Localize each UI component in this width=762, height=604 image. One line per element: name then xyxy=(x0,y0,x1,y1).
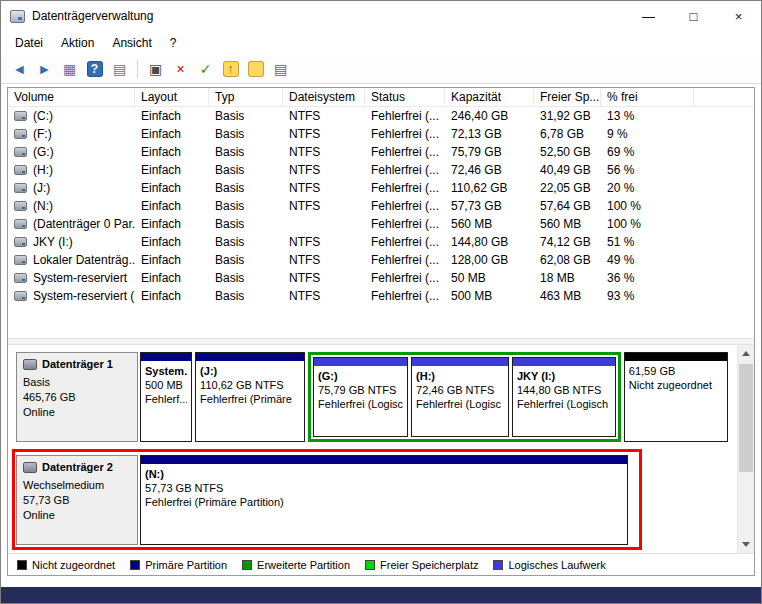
volume-row[interactable]: (H:)EinfachBasisNTFSFehlerfrei (...72,46… xyxy=(8,161,754,179)
volume-row[interactable]: (Datenträger 0 Par...EinfachBasisFehlerf… xyxy=(8,215,754,233)
toolbar: ◄►▦?▤▣×✓↑▤ xyxy=(1,55,761,84)
partition-status-line: Fehlerfrei (Logisc... xyxy=(318,397,403,411)
volume-cell: NTFS xyxy=(283,197,365,215)
column-header-typ[interactable]: Typ xyxy=(209,88,283,106)
disk-info-box[interactable]: Datenträger 1 Basis 465,76 GB Online xyxy=(16,352,138,442)
toolbar-separator xyxy=(137,60,138,78)
volume-cell: Basis xyxy=(209,125,283,143)
console-window-icon[interactable]: ▣ xyxy=(144,58,167,81)
disk-name: Datenträger 2 xyxy=(42,461,113,473)
volume-name: System-reserviert (... xyxy=(33,289,135,303)
export-list-icon[interactable]: ▤ xyxy=(108,58,131,81)
volume-name: (C:) xyxy=(33,109,53,123)
legend-swatch xyxy=(130,560,140,570)
legend-label: Erweiterte Partition xyxy=(257,559,350,571)
minimize-button[interactable]: — xyxy=(626,1,671,31)
volume-name: (G:) xyxy=(33,145,54,159)
volume-row[interactable]: (N:)EinfachBasisNTFSFehlerfrei (...57,73… xyxy=(8,197,754,215)
pane-splitter[interactable] xyxy=(8,338,754,345)
volume-cell: NTFS xyxy=(283,125,365,143)
volume-row[interactable]: (C:)EinfachBasisNTFSFehlerfrei (...246,4… xyxy=(8,107,754,125)
volume-list-panel: VolumeLayoutTypDateisystemStatusKapazitä… xyxy=(8,88,754,338)
volume-name: Lokaler Datenträg... xyxy=(33,253,135,267)
partition-box[interactable]: (J:) 110,62 GB NTFS Fehlerfrei (Primäre xyxy=(195,352,305,442)
volume-cell: NTFS xyxy=(283,287,365,305)
volume-icon xyxy=(14,129,27,139)
main-pane: VolumeLayoutTypDateisystemStatusKapazitä… xyxy=(7,87,755,576)
column-header-layout[interactable]: Layout xyxy=(135,88,209,106)
legend-unallocated: Nicht zugeordnet xyxy=(17,559,115,571)
volume-row[interactable]: (F:)EinfachBasisNTFSFehlerfrei (...72,13… xyxy=(8,125,754,143)
volume-cell: 52,50 GB xyxy=(534,143,601,161)
partition-title: System... xyxy=(145,364,187,378)
help-icon[interactable]: ? xyxy=(83,58,106,81)
volume-row[interactable]: JKY (I:)EinfachBasisNTFSFehlerfrei (...1… xyxy=(8,233,754,251)
column-header-filler xyxy=(694,88,754,106)
close-button[interactable]: × xyxy=(716,1,761,31)
volume-cell: 560 MB xyxy=(534,215,601,233)
volume-row[interactable]: Lokaler Datenträg...EinfachBasisNTFSFehl… xyxy=(8,251,754,269)
partition-box[interactable]: (N:) 57,73 GB NTFS Fehlerfrei (Primäre P… xyxy=(140,455,628,545)
volume-name: System-reserviert xyxy=(33,271,127,285)
folder-icon[interactable] xyxy=(244,58,267,81)
volume-name-cell: Lokaler Datenträg... xyxy=(8,251,135,269)
volume-cell: Basis xyxy=(209,197,283,215)
partition-title: (J:) xyxy=(200,364,300,378)
disk-management-window: Datenträgerverwaltung —□× DateiAktionAns… xyxy=(0,0,762,604)
partition-stripe xyxy=(513,358,615,366)
scrollbar[interactable] xyxy=(737,345,754,553)
console-tree-icon[interactable]: ▦ xyxy=(58,58,81,81)
scroll-up-button[interactable] xyxy=(738,345,754,362)
volume-row[interactable]: System-reserviertEinfachBasisNTFSFehlerf… xyxy=(8,269,754,287)
volume-row[interactable]: (G:)EinfachBasisNTFSFehlerfrei (...75,79… xyxy=(8,143,754,161)
volume-icon xyxy=(14,183,27,193)
disk-info-box[interactable]: Datenträger 2 Wechselmedium 57,73 GB Onl… xyxy=(16,455,138,545)
disk-row-2: Datenträger 2 Wechselmedium 57,73 GB Onl… xyxy=(16,455,728,545)
menu-ansicht[interactable]: Ansicht xyxy=(103,33,160,53)
back-icon[interactable]: ◄ xyxy=(8,58,31,81)
column-header-volume[interactable]: Volume xyxy=(8,88,135,106)
volume-cell: Fehlerfrei (... xyxy=(365,125,445,143)
volume-cell: NTFS xyxy=(283,233,365,251)
partition-box[interactable]: System... 500 MB Fehlerf... xyxy=(140,352,192,442)
volume-cell: 6,78 GB xyxy=(534,125,601,143)
column-header-dateisystem[interactable]: Dateisystem xyxy=(283,88,365,106)
scroll-thumb[interactable] xyxy=(739,364,753,472)
column-header-frei[interactable]: % frei xyxy=(601,88,694,106)
column-header-status[interactable]: Status xyxy=(365,88,445,106)
menu-hilfe[interactable]: ? xyxy=(161,33,186,53)
check-volume-icon[interactable]: ✓ xyxy=(194,58,217,81)
maximize-button[interactable]: □ xyxy=(671,1,716,31)
volume-cell: 74,12 GB xyxy=(534,233,601,251)
column-header-kapazitt[interactable]: Kapazität xyxy=(445,88,534,106)
volume-row[interactable]: System-reserviert (...EinfachBasisNTFSFe… xyxy=(8,287,754,305)
volume-cell: 93 % xyxy=(601,287,694,305)
volume-cell: 49 % xyxy=(601,251,694,269)
delete-icon[interactable]: × xyxy=(169,58,192,81)
unallocated-box[interactable]: 61,59 GB Nicht zugeordnet xyxy=(624,352,728,442)
volume-cell: 75,79 GB xyxy=(445,143,534,161)
menu-aktion[interactable]: Aktion xyxy=(52,33,103,53)
volume-name: (H:) xyxy=(33,163,53,177)
partition-box[interactable]: JKY (I:) 144,80 GB NTFS Fehlerfrei (Logi… xyxy=(512,357,616,437)
folder-up-icon[interactable]: ↑ xyxy=(219,58,242,81)
legend-extended: Erweiterte Partition xyxy=(242,559,350,571)
partition-size-line: 75,79 GB NTFS xyxy=(318,383,403,397)
volume-name-cell: (Datenträger 0 Par... xyxy=(8,215,135,233)
forward-icon[interactable]: ► xyxy=(33,58,56,81)
volume-row[interactable]: (J:)EinfachBasisNTFSFehlerfrei (...110,6… xyxy=(8,179,754,197)
menu-datei[interactable]: Datei xyxy=(6,33,52,53)
partition-stripe xyxy=(412,358,508,366)
column-header-freiersp[interactable]: Freier Sp... xyxy=(534,88,601,106)
legend-logical: Logisches Laufwerk xyxy=(493,559,605,571)
properties-icon[interactable]: ▤ xyxy=(269,58,292,81)
scroll-down-button[interactable] xyxy=(738,536,754,553)
partition-box[interactable]: (H:) 72,46 GB NTFS Fehlerfrei (Logisc xyxy=(411,357,509,437)
volume-cell: 40,49 GB xyxy=(534,161,601,179)
partition-box[interactable]: (G:) 75,79 GB NTFS Fehlerfrei (Logisc... xyxy=(313,357,408,437)
volume-cell: 57,73 GB xyxy=(445,197,534,215)
volume-icon xyxy=(14,237,27,247)
volume-icon xyxy=(14,165,27,175)
volume-cell: Fehlerfrei (... xyxy=(365,251,445,269)
partition-size-line: 144,80 GB NTFS xyxy=(517,383,611,397)
